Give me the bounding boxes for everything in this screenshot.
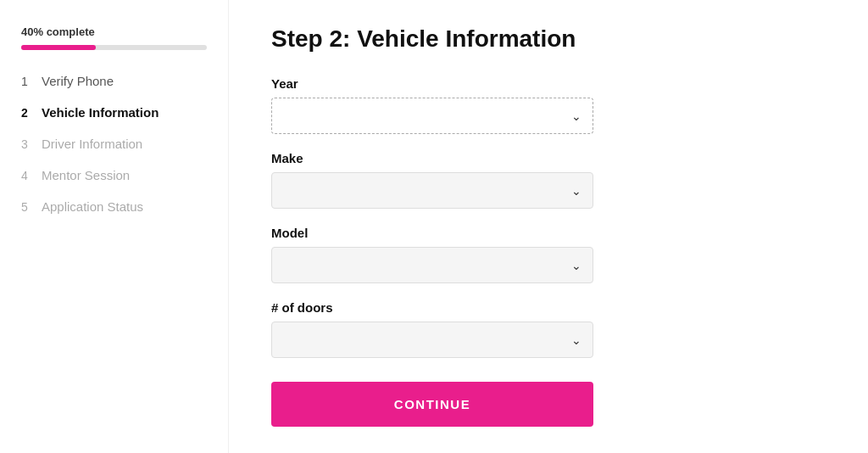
make-field-group: Make ⌄ <box>271 151 826 209</box>
sidebar-step-4: 4Mentor Session <box>21 168 207 182</box>
sidebar-step-1[interactable]: 1Verify Phone <box>21 74 207 88</box>
model-field-group: Model ⌄ <box>271 226 826 283</box>
step-label: Mentor Session <box>42 168 130 182</box>
step-number: 2 <box>21 106 33 120</box>
year-field-group: Year ⌄ <box>271 76 826 134</box>
step-label: Verify Phone <box>42 74 114 88</box>
model-select-wrapper: ⌄ <box>271 247 593 283</box>
progress-label: 40% complete <box>21 25 207 38</box>
step-number: 5 <box>21 200 33 214</box>
step-label: Vehicle Information <box>42 105 159 120</box>
doors-select-wrapper: ⌄ <box>271 322 593 358</box>
step-number: 1 <box>21 75 33 88</box>
progress-bar-fill <box>21 45 96 50</box>
continue-button[interactable]: CONTINUE <box>271 382 593 427</box>
doors-select[interactable] <box>271 322 593 358</box>
year-label: Year <box>271 76 826 91</box>
sidebar: 40% complete 1Verify Phone2Vehicle Infor… <box>0 0 229 453</box>
year-select-wrapper: ⌄ <box>271 98 593 134</box>
model-select[interactable] <box>271 247 593 283</box>
step-label: Application Status <box>42 199 143 214</box>
sidebar-step-2[interactable]: 2Vehicle Information <box>21 105 207 120</box>
step-number: 4 <box>21 169 33 182</box>
step-number: 3 <box>21 137 33 151</box>
doors-field-group: # of doors ⌄ <box>271 300 826 358</box>
doors-label: # of doors <box>271 300 826 315</box>
make-label: Make <box>271 151 826 165</box>
make-select-wrapper: ⌄ <box>271 172 593 209</box>
sidebar-step-3: 3Driver Information <box>21 137 207 151</box>
model-label: Model <box>271 226 826 240</box>
progress-bar-track <box>21 45 207 50</box>
steps-list: 1Verify Phone2Vehicle Information3Driver… <box>21 74 207 214</box>
step-label: Driver Information <box>42 137 142 151</box>
page-title: Step 2: Vehicle Information <box>271 25 826 53</box>
main-content: Step 2: Vehicle Information Year ⌄ Make … <box>229 0 868 453</box>
year-select[interactable] <box>271 98 593 134</box>
make-select[interactable] <box>271 172 593 209</box>
sidebar-step-5: 5Application Status <box>21 199 207 214</box>
